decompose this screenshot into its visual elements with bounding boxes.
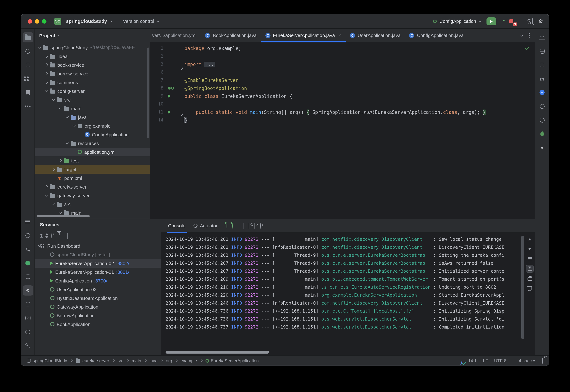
scroll-down-button[interactable] xyxy=(526,246,533,253)
run-button[interactable] xyxy=(486,17,496,25)
service-bookapplication[interactable]: BookApplication xyxy=(35,320,161,329)
maximize-window-button[interactable] xyxy=(42,19,46,23)
history-tool-button[interactable] xyxy=(537,115,547,125)
scroll-to-end-button[interactable] xyxy=(526,265,533,272)
commit-tool-button[interactable] xyxy=(23,74,33,84)
chevron-right-icon[interactable] xyxy=(45,81,48,84)
tree-item-main[interactable]: main xyxy=(35,104,150,113)
chevron-down-icon[interactable] xyxy=(45,194,48,196)
close-tab-icon[interactable]: × xyxy=(339,33,341,38)
service-install[interactable]: springCloudStudy [install] xyxy=(35,250,161,259)
tab-eurekaserverapplication[interactable]: CEurekaServerApplication.java× xyxy=(261,29,346,42)
find-tool-button[interactable] xyxy=(23,244,33,254)
service-run-dashboard[interactable]: Run Dashboard xyxy=(35,241,161,250)
chevron-right-icon[interactable] xyxy=(59,159,62,162)
caret-position-widget[interactable]: 14:1 xyxy=(468,358,477,363)
code-editor[interactable]: 1package org.example; 2 3import... 6 7@E… xyxy=(150,42,535,219)
chevron-down-icon[interactable] xyxy=(45,89,48,92)
readonly-toggle[interactable] xyxy=(542,358,543,363)
project-panel-header[interactable]: Project xyxy=(35,29,150,42)
tree-item-borrow-service[interactable]: borrow-service xyxy=(35,69,150,78)
bookmarks-tool-button[interactable] xyxy=(23,87,33,98)
view-options-button[interactable] xyxy=(51,233,52,238)
chevron-right-icon[interactable] xyxy=(45,72,48,75)
learn-tool-button[interactable] xyxy=(23,60,33,70)
tab-options-kebab-icon[interactable] xyxy=(529,35,530,36)
tree-item-src[interactable]: src xyxy=(35,95,150,104)
breadcrumb-java[interactable]: java xyxy=(150,358,158,363)
chevron-down-icon[interactable] xyxy=(52,202,55,205)
chevron-right-icon[interactable] xyxy=(45,185,48,188)
breadcrumb-example[interactable]: example xyxy=(180,358,197,363)
chevron-down-icon[interactable] xyxy=(65,115,69,118)
breadcrumb-module[interactable]: eureka-server xyxy=(75,358,109,363)
project-scrollbar[interactable] xyxy=(147,47,149,138)
tab-actuator[interactable]: Actuator xyxy=(189,219,222,232)
services-tool-button[interactable]: ⚙ xyxy=(23,285,33,295)
chevron-down-icon[interactable] xyxy=(59,211,62,214)
persistence-tool-button[interactable] xyxy=(537,129,547,139)
run-class-gutter-icon[interactable] xyxy=(168,94,171,98)
tab-bookapplication[interactable]: CBookApplication.java xyxy=(201,29,261,42)
service-hystrixdashboard[interactable]: HystrixDashBoardApplication xyxy=(35,294,161,302)
project-tool-button[interactable] xyxy=(23,32,33,42)
clear-console-button[interactable] xyxy=(526,285,533,292)
tree-item-resources[interactable]: resources xyxy=(35,139,150,148)
tab-configapplication[interactable]: CConfigApplication.java xyxy=(405,29,468,42)
group-by-button[interactable] xyxy=(67,233,68,238)
more-tool-windows-button[interactable] xyxy=(23,101,33,111)
indent-widget[interactable]: 4 spaces xyxy=(519,358,536,363)
structure-tool-button[interactable] xyxy=(23,216,33,227)
chevron-down-icon[interactable] xyxy=(73,124,75,127)
ai-assistant-tool-button[interactable] xyxy=(537,87,547,98)
chevron-down-icon[interactable] xyxy=(38,45,41,49)
docker-tool-button[interactable] xyxy=(537,60,547,70)
build-tool-button[interactable] xyxy=(23,272,33,282)
chevron-down-icon[interactable] xyxy=(59,106,62,110)
database-tool-button[interactable] xyxy=(537,46,547,56)
console-scrollbar[interactable] xyxy=(521,236,524,339)
service-userapplication-02[interactable]: UserApplication-02 xyxy=(35,285,161,294)
run-config-selector[interactable]: ConfigApplication xyxy=(433,18,481,24)
tree-item-configapplication[interactable]: CConfigApplication xyxy=(35,130,150,139)
tree-item-test[interactable]: test xyxy=(35,156,150,165)
thread-dump-button[interactable] xyxy=(249,223,249,228)
tab-console[interactable]: Console xyxy=(164,219,189,232)
chevron-right-icon[interactable] xyxy=(45,55,48,58)
chevron-right-icon[interactable] xyxy=(52,168,55,171)
service-port-link[interactable]: :8801/ xyxy=(116,269,129,275)
project-hscrollbar[interactable] xyxy=(37,215,90,217)
tree-item-idea[interactable]: .idea xyxy=(35,52,150,61)
breadcrumb-class[interactable]: EurekaServerApplication xyxy=(205,358,259,363)
tree-item-pom-xml[interactable]: mpom.xml xyxy=(35,174,150,182)
rerun-actuator-button[interactable] xyxy=(232,223,233,228)
line-separator-widget[interactable]: LF xyxy=(483,358,488,363)
service-port-link[interactable]: :8700/ xyxy=(94,278,107,283)
close-window-button[interactable] xyxy=(28,19,32,23)
chevron-right-icon[interactable] xyxy=(45,63,48,67)
terminal-tool-button[interactable] xyxy=(23,313,33,323)
rerun-button[interactable] xyxy=(226,223,227,228)
tree-item-root[interactable]: springCloudStudy~/Desktop/CS/JavaEE xyxy=(35,43,150,52)
service-eureka-02[interactable]: EurekaServerApplication-02:8802/ xyxy=(35,259,161,268)
service-port-link[interactable]: :8802/ xyxy=(116,261,129,266)
chevron-down-icon[interactable] xyxy=(65,141,69,144)
spring-tool-button[interactable] xyxy=(23,258,33,268)
stop-button[interactable]: 3 xyxy=(507,17,516,25)
tree-item-book-service[interactable]: book-service xyxy=(35,61,150,69)
tree-item-commons[interactable]: commons xyxy=(35,78,150,87)
service-configapplication[interactable]: ConfigApplication:8700/ xyxy=(35,276,161,285)
breadcrumb-org[interactable]: org xyxy=(166,358,172,363)
console-log-text[interactable]: 2024-10-19 18:45:46.201 INFO 92272 --- [… xyxy=(161,233,525,355)
service-gatewayapplication[interactable]: GatewayApplication xyxy=(35,302,161,311)
project-menu[interactable]: springCloudStudy xyxy=(65,18,113,24)
soft-wrap-button[interactable] xyxy=(526,255,533,263)
breadcrumb-project[interactable]: springCloudStudy xyxy=(27,358,67,363)
edit-configuration-button[interactable] xyxy=(260,223,261,228)
dependencies-tool-button[interactable] xyxy=(23,299,33,309)
problems-tool-button[interactable] xyxy=(23,327,33,337)
spring-bean-icon[interactable] xyxy=(168,87,171,90)
todo-tool-button[interactable] xyxy=(23,230,33,240)
breadcrumb-src[interactable]: src xyxy=(118,358,123,363)
maven-tool-button[interactable]: m xyxy=(537,74,547,84)
